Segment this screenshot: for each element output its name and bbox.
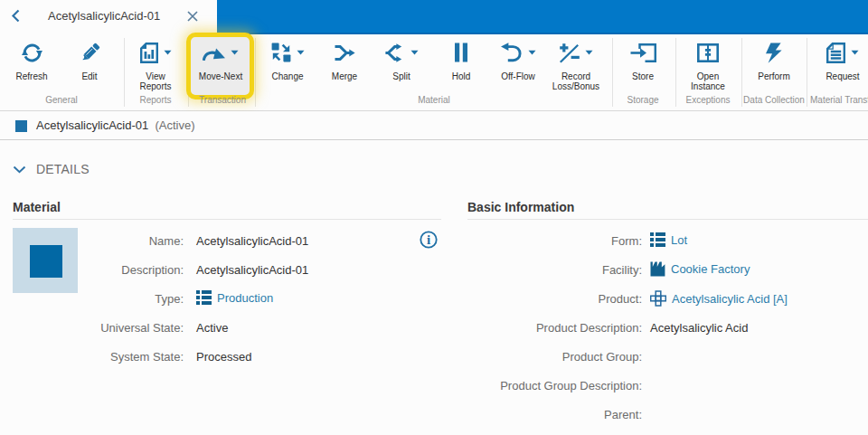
svg-text:i: i	[427, 232, 430, 247]
